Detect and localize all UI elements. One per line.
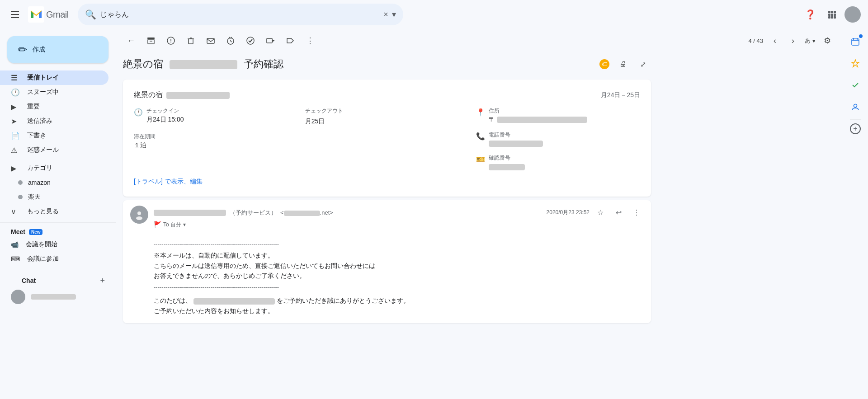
thread-timestamp: 2020/0月23 23:52 (547, 209, 590, 216)
checkout-section: チェックアウト 月25日 (305, 107, 469, 170)
thread-sender-avatar (130, 206, 148, 224)
category-arrow-icon: ▶ (11, 164, 20, 173)
category-section-header[interactable]: ▶ カテゴリ (0, 161, 108, 175)
sidebar-item-snoozed[interactable]: 🕐 スヌーズ中 (0, 85, 108, 99)
chat-contact[interactable] (0, 288, 116, 306)
apps-button[interactable] (823, 5, 841, 23)
travel-link[interactable]: [トラベル] で表示、編集 (134, 178, 203, 185)
svg-rect-3 (834, 11, 836, 13)
sidebar-item-spam[interactable]: ⚠ 迷惑メール (0, 143, 108, 157)
mark-unread-button[interactable] (203, 33, 219, 49)
address-section: 📍 住所 〒 📞 電 (476, 107, 640, 170)
search-input[interactable] (100, 10, 380, 19)
phone-label: 電話番号 (489, 131, 543, 139)
add-panel-button[interactable]: + (850, 123, 861, 134)
important-label: 重要 (27, 103, 101, 111)
thread-header[interactable]: （予約サービス） <.net> 2020/0月23 23:52 ☆ ↩ ⋮ (123, 200, 651, 238)
contacts-button[interactable] (846, 98, 864, 116)
reply-button[interactable]: ↩ (611, 206, 626, 220)
compose-label: 作成 (33, 46, 45, 54)
svg-rect-2 (831, 11, 833, 13)
meet-title: Meet New (0, 226, 116, 237)
spam-label: 迷惑メール (27, 146, 101, 154)
sidebar-item-join-meeting[interactable]: ⌨ 会議に参加 (0, 252, 116, 266)
sidebar-more[interactable]: ∨ もっと見る (0, 204, 108, 219)
sidebar-item-amazon[interactable]: amazon (0, 175, 108, 190)
email-subject: 絶景の宿 予約確認 (123, 57, 590, 71)
address-blurred (497, 117, 587, 123)
contacts-icon (851, 102, 860, 111)
search-icon: 🔍 (85, 9, 96, 20)
back-button[interactable]: ← (123, 33, 139, 49)
search-clear-icon[interactable]: × (383, 10, 388, 19)
start-meeting-label: 会議を開始 (26, 240, 57, 249)
checkout-value: 月25日 (305, 117, 469, 126)
print-button[interactable]: 🖨 (615, 56, 631, 72)
more-thread-button[interactable]: ⋮ (629, 206, 644, 220)
spam-button[interactable]: ! (163, 33, 179, 49)
chat-title: Chat (11, 275, 47, 286)
to-self-indicator[interactable]: 🚩 To 自分 ▾ (154, 221, 644, 229)
sidebar-item-rakuten[interactable]: 楽天 (0, 190, 108, 204)
search-bar[interactable]: 🔍 × ▾ (78, 4, 403, 25)
star-button[interactable]: ☆ (593, 206, 608, 220)
user-avatar[interactable] (844, 6, 861, 23)
top-nav-right: ❓ (801, 5, 861, 23)
sidebar-item-inbox[interactable]: ☰ 受信トレイ (0, 70, 108, 85)
done-button[interactable] (242, 33, 259, 49)
tasks-button[interactable] (846, 76, 864, 94)
chat-add-button[interactable]: + (100, 276, 105, 286)
more-actions-button[interactable]: ⋮ (302, 33, 318, 49)
prev-email-button[interactable]: ‹ (767, 33, 783, 49)
label-button[interactable] (282, 33, 298, 49)
calendar-badge (859, 34, 863, 38)
next-email-button[interactable]: › (785, 33, 801, 49)
hamburger-menu[interactable] (7, 7, 23, 22)
svg-rect-4 (828, 14, 830, 16)
snooze-button[interactable] (222, 33, 239, 49)
settings-button[interactable]: ⚙ (819, 33, 835, 49)
expand-button[interactable]: ⤢ (635, 56, 651, 72)
hotel-name-text: 絶景の宿 (134, 90, 163, 100)
service-label: （予約サービス） (230, 209, 277, 217)
thread-sender-row: （予約サービス） <.net> 2020/0月23 23:52 ☆ ↩ ⋮ (154, 206, 644, 220)
address-prefix: 〒 (489, 116, 495, 124)
calendar-button[interactable] (846, 33, 864, 51)
delete-icon (186, 36, 195, 45)
thread-meta: （予約サービス） <.net> 2020/0月23 23:52 ☆ ↩ ⋮ (154, 206, 644, 232)
archive-button[interactable] (143, 33, 159, 49)
delete-button[interactable] (183, 33, 199, 49)
video-icon: 📹 (11, 241, 19, 248)
spam-toolbar-icon: ! (166, 36, 175, 45)
display-options[interactable]: あ ▾ (805, 37, 816, 45)
svg-rect-18 (207, 38, 214, 43)
amazon-label: amazon (28, 179, 51, 186)
email-view: 絶景の宿 予約確認 🏷 🖨 ⤢ 絶景の宿 月24日－25日 (116, 52, 658, 334)
hotel-card: 絶景の宿 月24日－25日 🕐 チェックイン 月24日 15:00 (123, 80, 651, 197)
sent-label: 送信済み (27, 117, 101, 125)
sent-icon: ➤ (11, 117, 20, 126)
email-thread: （予約サービス） <.net> 2020/0月23 23:52 ☆ ↩ ⋮ (123, 200, 651, 324)
thread-sender: （予約サービス） <.net> (154, 209, 543, 217)
svg-rect-11 (148, 39, 154, 44)
keep-button[interactable] (846, 54, 864, 72)
move-button[interactable] (262, 33, 278, 49)
body1-prefix: このたびは、 (154, 297, 192, 304)
calendar-icon (851, 37, 860, 46)
sidebar-item-sent[interactable]: ➤ 送信済み (0, 114, 108, 128)
thread-body: ----------------------------------------… (123, 239, 651, 324)
svg-line-21 (231, 41, 232, 42)
svg-point-28 (136, 216, 142, 220)
sidebar-item-important[interactable]: ▶ 重要 (0, 99, 108, 114)
sidebar-item-start-meeting[interactable]: 📹 会議を開始 (0, 237, 116, 252)
thread-item: （予約サービス） <.net> 2020/0月23 23:52 ☆ ↩ ⋮ (123, 200, 651, 324)
search-options-icon[interactable]: ▾ (392, 9, 396, 19)
archive-icon (146, 36, 156, 45)
divider2: ----------------------------------------… (154, 283, 644, 292)
compose-button[interactable]: ✏ 作成 (7, 36, 108, 63)
main-content: ← ! ⋮ (116, 29, 843, 399)
sidebar-item-drafts[interactable]: 📄 下書き (0, 128, 108, 143)
help-button[interactable]: ❓ (801, 5, 819, 23)
svg-point-33 (854, 104, 857, 108)
chat-contact-avatar (11, 290, 25, 304)
